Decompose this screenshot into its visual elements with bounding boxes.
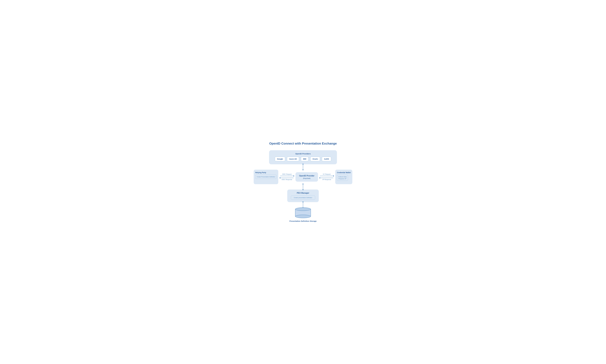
vc-request-arrow-group: VC Request [320, 173, 333, 176]
provider-oracle: Oracle [310, 157, 320, 161]
vp-response-label: VP Response [322, 179, 331, 181]
left-arrow-pair: OIDC Request OIDC Response [278, 173, 295, 181]
oidc-request-arrow-row [280, 176, 293, 176]
provider-ibm: IBM [301, 157, 309, 161]
diagram-container: OpenID Connect with Presentation Exchang… [249, 142, 357, 222]
vp-response-arrow-row [320, 178, 333, 178]
openid-provider-box: OpenID Provider (Keycloak) [295, 172, 318, 182]
vc-request-shaft [320, 176, 333, 176]
pex-manager-box: PEX Manager Create presentation Definiti… [287, 190, 319, 202]
credential-wallet-line1: Collects Data [338, 176, 346, 178]
top-section: OpenID Providers Google Azure AD IBM Ora… [249, 150, 357, 222]
credential-wallet-title: Credential Wallet [337, 172, 351, 173]
mid-content: Relying Party Create Presentation Defini… [249, 170, 357, 184]
pex-manager-title: PEX Manager [291, 192, 315, 194]
relying-party-box: Relying Party Create Presentation Defini… [254, 170, 278, 184]
db-cylinder [295, 208, 311, 218]
providers-group-label: OpenID Providers [273, 153, 333, 155]
db-bottom [295, 215, 311, 218]
credential-wallet-box: Credential Wallet Collects Data Prepares… [335, 170, 352, 184]
oidc-request-shaft [280, 176, 293, 176]
pex-manager-dashed: Create presentation Definition [291, 195, 315, 200]
db-top [295, 208, 311, 211]
vp-response-arrow-group: VP Response [320, 178, 333, 181]
provider-azure: Azure AD [287, 157, 299, 161]
credential-wallet-dashed: Collects Data Prepares VP [337, 175, 348, 181]
providers-row: Google Azure AD IBM Oracle Auth0 [273, 157, 333, 161]
vp-response-shaft [320, 178, 333, 178]
oidc-response-label: OIDC Response [282, 179, 292, 181]
credential-wallet-line2: Prepares VP [339, 178, 346, 180]
relying-party-title: Relying Party [255, 172, 266, 173]
openid-provider-title: OpenID Provider [299, 175, 314, 177]
page-title: OpenID Connect with Presentation Exchang… [249, 142, 357, 145]
oidc-response-arrow-group: OIDC Response [280, 178, 293, 181]
openid-provider-subtitle: (Keycloak) [299, 177, 314, 179]
provider-google: Google [275, 157, 285, 161]
vc-request-label: VC Request [323, 173, 331, 175]
relying-party-dashed: Create Presentation Definition [255, 175, 277, 179]
db-label: Presentation Definition Storage [290, 220, 316, 222]
oidc-request-arrow-group: OIDC Request [280, 173, 293, 176]
db-section: Presentation Definition Storage [290, 208, 316, 222]
oidc-response-shaft [280, 178, 293, 178]
vc-request-arrow-row [320, 176, 333, 176]
oidc-response-arrow-row [280, 178, 293, 178]
provider-auth0: Auth0 [322, 157, 331, 161]
providers-group: OpenID Providers Google Azure AD IBM Ora… [269, 150, 337, 164]
right-arrow-pair: VC Request VP Response [318, 173, 335, 181]
oidc-request-label: OIDC Request [282, 173, 292, 175]
